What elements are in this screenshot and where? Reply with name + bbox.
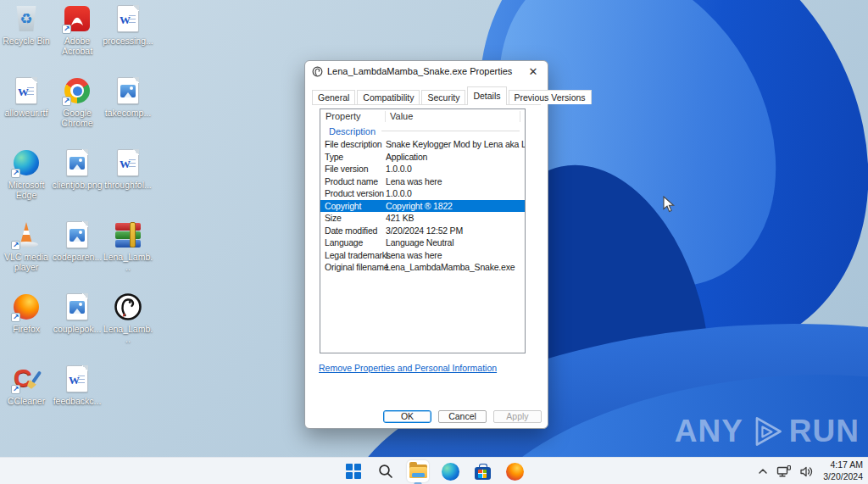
group-header-description: Description [320,124,525,138]
image-file-icon [62,147,92,178]
apply-button[interactable]: Apply [493,410,542,423]
edge-icon: ↗ [11,147,42,178]
property-row[interactable]: Size 421 KB [320,212,525,225]
desktop-icon-label: throughfol... [104,180,151,190]
desktop-icon-couplepok-image[interactable]: couplepok... [52,292,103,364]
windows-start-icon [346,464,361,479]
volume-icon[interactable] [799,465,814,478]
recycle-bin-icon: ♻ [11,3,42,34]
desktop-icon-microsoft-edge[interactable]: ↗ Microsoft Edge [1,147,52,220]
clock-date: 3/20/2024 [823,471,863,483]
desktop-icon-recycle-bin[interactable]: ♻ Recycle Bin [1,3,52,75]
property-name: Product name [320,175,386,188]
firefox-button[interactable] [504,460,526,482]
desktop-icon-vlc[interactable]: ↗ VLC media player [1,220,52,292]
taskbar-clock[interactable]: 4:17 AM 3/20/2024 [821,459,863,482]
desktop-icon-clientjob-png[interactable]: clientjob.png [52,147,103,220]
search-button[interactable] [375,460,397,482]
word-doc-icon: W [62,364,92,394]
edge-icon [442,463,459,481]
desktop-icon-label: takecomp... [105,108,151,118]
adobe-acrobat-icon: ↗ [62,3,92,34]
tab-details[interactable]: Details [467,86,506,104]
close-icon[interactable]: ✕ [526,64,541,79]
desktop-icon-lena-archive[interactable]: Lena_Lamb... [103,220,153,292]
desktop-icon-throughfol-doc[interactable]: W throughfol... [103,147,153,220]
ok-button[interactable]: OK [383,410,431,423]
listview-header[interactable]: Property Value [320,109,525,124]
property-row[interactable]: Legal trademarks Lena was here [320,249,525,262]
property-row[interactable]: Product version 1.0.0.0 [320,187,525,200]
desktop-icon-label: Google Chrome [52,108,103,128]
tab-security[interactable]: Security [421,90,465,104]
cancel-button[interactable]: Cancel [438,410,487,423]
start-button[interactable] [342,460,364,482]
column-header-value[interactable]: Value [386,111,525,122]
desktop-icon-firefox[interactable]: ↗ Firefox [1,292,52,364]
property-value: Lena_LambdaMamba_Snake.exe [386,261,525,274]
desktop-icon-google-chrome[interactable]: ↗ Google Chrome [52,75,103,147]
property-row[interactable]: Date modified 3/20/2024 12:52 PM [320,225,525,237]
property-row[interactable]: Language Language Neutral [320,236,525,249]
shortcut-arrow-icon: ↗ [11,169,20,178]
desktop-icon-label: processing... [103,36,153,46]
dialog-titlebar[interactable]: Lena_LambdaMamba_Snake.exe Properties ✕ [305,61,548,81]
desktop-icon-feedbackc-doc[interactable]: W feedbackc... [52,364,103,436]
property-name: Product version [320,187,386,200]
tray-chevron-up-icon[interactable] [757,465,769,477]
desktop-icon-label: feedbackc... [53,396,102,406]
desktop-icon-label: Lena_Lamb... [103,324,153,344]
desktop-icon-ccleaner[interactable]: C ↗ CCleaner [1,364,52,436]
desktop-icon-lena-snake-exe[interactable]: Lena_Lamb... [103,292,153,364]
property-name: Size [320,212,386,225]
property-value: 1.0.0.0 [386,187,525,200]
image-file-icon [62,220,92,250]
property-name: Copyright [320,200,386,213]
property-name: Legal trademarks [320,249,386,262]
property-value: Copyright ® 1822 [386,200,525,213]
image-file-icon [113,75,143,106]
dialog-buttons: OK Cancel Apply [383,410,542,423]
desktop-icon-takecomp-image[interactable]: takecomp... [103,75,153,147]
property-value: Lena was here [386,175,525,188]
edge-button[interactable] [439,460,461,482]
tab-general[interactable]: General [312,90,355,104]
word-doc-icon: W [11,75,42,106]
remove-properties-link[interactable]: Remove Properties and Personal Informati… [319,363,497,373]
snake-exe-icon [113,292,143,322]
desktop-icon-label: Lena_Lamb... [103,252,153,272]
microsoft-store-icon [475,467,491,480]
microsoft-store-button[interactable] [471,460,493,482]
properties-dialog: Lena_LambdaMamba_Snake.exe Properties ✕ … [304,60,548,429]
tab-previous-versions[interactable]: Previous Versions [509,90,592,104]
column-header-property[interactable]: Property [320,111,386,122]
word-doc-icon: W [113,147,143,178]
property-row[interactable]: Product name Lena was here [320,175,525,188]
property-row[interactable]: File version 1.0.0.0 [320,163,525,175]
desktop-screen: ♻ Recycle Bin ↗ Adobe Acrobat W processi… [0,0,868,484]
firefox-icon [506,463,524,481]
property-row[interactable]: File description Snake Keylogger Mod by … [320,138,525,151]
desktop-icon-processing-doc[interactable]: W processing... [103,3,153,75]
clock-time: 4:17 AM [823,459,863,471]
desktop-icon-adobe-acrobat[interactable]: ↗ Adobe Acrobat [52,3,103,75]
property-row[interactable]: Original filename Lena_LambdaMamba_Snake… [320,261,525,274]
details-listview[interactable]: Property Value Description File descript… [320,108,526,353]
property-value: Application [386,151,525,164]
shortcut-arrow-icon: ↗ [62,25,71,34]
file-explorer-button[interactable] [407,460,429,482]
property-value: Language Neutral [386,236,525,249]
property-name: Date modified [320,225,386,237]
property-value: 1.0.0.0 [386,163,525,175]
desktop-icon-label: Microsoft Edge [1,180,52,200]
tab-compatibility[interactable]: Compatibility [357,90,420,104]
property-row-selected[interactable]: Copyright Copyright ® 1822 [320,200,525,213]
image-file-icon [62,292,92,322]
chrome-icon: ↗ [62,75,92,106]
firefox-icon: ↗ [11,292,42,322]
desktop-icon-label: Firefox [13,324,40,334]
desktop-icon-codeparen-image[interactable]: codeparen... [52,220,103,292]
desktop-icon-alloweur-rtf[interactable]: W alloweur.rtf [1,75,52,147]
property-row[interactable]: Type Application [320,151,525,164]
network-icon[interactable] [776,465,792,478]
